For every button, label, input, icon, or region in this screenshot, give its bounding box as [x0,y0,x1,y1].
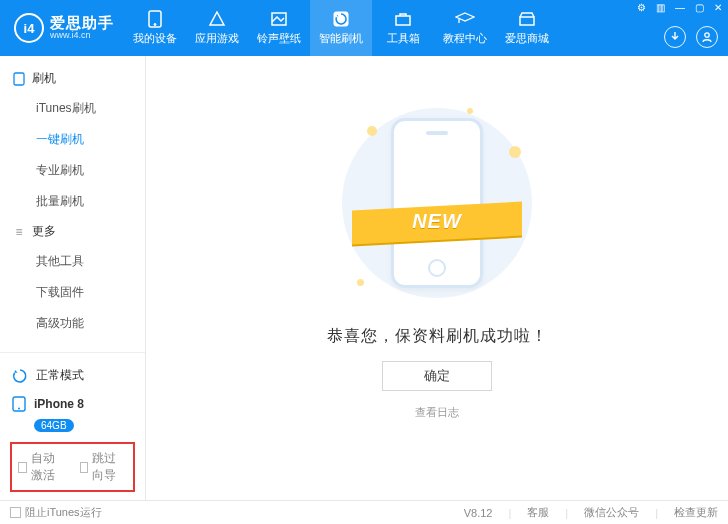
sidebar-item-pro-flash[interactable]: 专业刷机 [0,155,145,186]
svg-rect-7 [14,73,24,85]
group-label: 更多 [32,223,56,240]
account-btn[interactable] [696,26,718,48]
list-icon: ≡ [12,225,26,239]
post-flash-options: 自动激活 跳过向导 [10,442,135,492]
cb-label: 阻止iTunes运行 [25,505,102,520]
sidebar-group-flash[interactable]: 刷机 [0,64,145,93]
nav-my-device[interactable]: 我的设备 [124,0,186,56]
brand: i4 爱思助手 www.i4.cn [0,0,124,56]
sidebar-item-itunes-flash[interactable]: iTunes刷机 [0,93,145,124]
main-panel: NEW 恭喜您，保资料刷机成功啦！ 确定 查看日志 [146,56,728,500]
success-message: 恭喜您，保资料刷机成功啦！ [327,326,548,347]
tutorial-icon [455,10,475,28]
phone-outline-icon [12,72,26,86]
store-icon [517,10,537,28]
refresh-icon [12,368,28,384]
ribbon-text: NEW [352,210,522,233]
nav-flash[interactable]: 智能刷机 [310,0,372,56]
minimize-btn[interactable]: ― [675,2,685,13]
nav-ringtone-wallpaper[interactable]: 铃声壁纸 [248,0,310,56]
svg-rect-4 [396,16,410,25]
device-icon [12,396,26,412]
svg-point-1 [154,24,156,26]
flash-icon [331,10,351,28]
toolbox-icon [393,10,413,28]
cb-label: 自动激活 [31,450,66,484]
sidebar-item-batch-flash[interactable]: 批量刷机 [0,186,145,217]
nav-label: 爱思商城 [505,31,549,46]
skin-btn[interactable]: ▥ [656,2,665,13]
ok-button[interactable]: 确定 [382,361,492,391]
view-log-link[interactable]: 查看日志 [415,405,459,420]
storage-badge: 64GB [34,419,74,432]
nav-toolbox[interactable]: 工具箱 [372,0,434,56]
status-bar: 阻止iTunes运行 V8.12 | 客服 | 微信公众号 | 检查更新 [0,500,728,524]
device-name: iPhone 8 [34,397,84,411]
phone-icon [145,10,165,28]
wechat-link[interactable]: 微信公众号 [584,505,639,520]
download-btn[interactable] [664,26,686,48]
brand-logo-icon: i4 [14,13,44,43]
nav-tutorials[interactable]: 教程中心 [434,0,496,56]
device-mode[interactable]: 正常模式 [10,361,135,390]
svg-rect-5 [520,17,534,25]
brand-sub: www.i4.cn [50,31,114,41]
cb-label: 跳过向导 [92,450,127,484]
checkbox-block-itunes[interactable]: 阻止iTunes运行 [10,505,102,520]
nav-label: 工具箱 [387,31,420,46]
brand-name: 爱思助手 [50,15,114,32]
sidebar: 刷机 iTunes刷机 一键刷机 专业刷机 批量刷机 ≡ 更多 其他工具 下载固… [0,56,146,500]
nav-label: 教程中心 [443,31,487,46]
nav-label: 铃声壁纸 [257,31,301,46]
sidebar-item-other-tools[interactable]: 其他工具 [0,246,145,277]
nav-label: 我的设备 [133,31,177,46]
group-label: 刷机 [32,70,56,87]
sidebar-group-more[interactable]: ≡ 更多 [0,217,145,246]
mode-label: 正常模式 [36,367,84,384]
device-info[interactable]: iPhone 8 [10,390,135,418]
close-btn[interactable]: ✕ [714,2,722,13]
sidebar-item-download-fw[interactable]: 下载固件 [0,277,145,308]
nav-label: 智能刷机 [319,31,363,46]
window-buttons: ⚙ ▥ ― ▢ ✕ [637,2,722,13]
maximize-btn[interactable]: ▢ [695,2,704,13]
nav-apps[interactable]: 应用游戏 [186,0,248,56]
svg-point-6 [705,33,709,37]
settings-btn[interactable]: ⚙ [637,2,646,13]
svg-point-9 [18,408,20,410]
check-update-link[interactable]: 检查更新 [674,505,718,520]
checkbox-auto-activate[interactable]: 自动激活 [18,450,66,484]
app-header: i4 爱思助手 www.i4.cn 我的设备 应用游戏 铃声壁纸 智能刷机 工具… [0,0,728,56]
sidebar-item-advanced[interactable]: 高级功能 [0,308,145,339]
apps-icon [207,10,227,28]
nav-label: 应用游戏 [195,31,239,46]
support-link[interactable]: 客服 [527,505,549,520]
success-illustration: NEW [327,98,547,308]
checkbox-skip-setup[interactable]: 跳过向导 [80,450,128,484]
version-label: V8.12 [464,507,493,519]
sidebar-item-oneclick-flash[interactable]: 一键刷机 [0,124,145,155]
wallpaper-icon [269,10,289,28]
nav-store[interactable]: 爱思商城 [496,0,558,56]
new-ribbon: NEW [352,198,522,248]
